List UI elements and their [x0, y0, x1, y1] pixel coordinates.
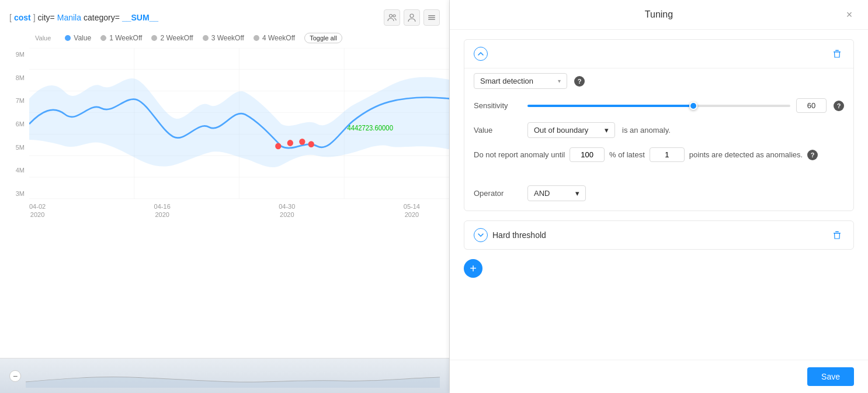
legend-2weekoff-dot: [151, 35, 157, 41]
title-bracket-close: ]: [33, 13, 36, 22]
operator-dropdown[interactable]: AND ▾: [527, 185, 586, 201]
detection-method-dropdown[interactable]: Smart detection ▾: [474, 73, 567, 89]
detection-method-help[interactable]: ?: [574, 76, 585, 87]
chart-canvas: 9M 8M 7M 6M 5M 4M 3M: [0, 48, 449, 200]
detection-method-value: Smart detection: [480, 77, 533, 85]
legend-value-label: Value: [74, 34, 91, 42]
tuning-footer: Save: [450, 360, 868, 393]
x-label-0430: 04-30 2020: [279, 202, 295, 219]
operator-chevron: ▾: [575, 189, 579, 198]
sensitivity-slider[interactable]: [527, 105, 790, 107]
sensitivity-slider-container: 60: [527, 98, 827, 113]
legend-4weekoff: 4 WeekOff: [254, 34, 295, 42]
legend-4weekoff-dot: [254, 35, 259, 41]
hard-threshold-header: Hard threshold: [464, 221, 853, 249]
svg-text:4442723.60000: 4442723.60000: [347, 124, 393, 132]
hard-threshold-delete-button[interactable]: [830, 228, 844, 242]
value-dropdown-text: Out of boundary: [534, 126, 588, 135]
save-button[interactable]: Save: [807, 367, 854, 386]
sensitivity-row: Sensitivity 60 ?: [474, 98, 844, 113]
legend-1weekoff-dot: [100, 35, 106, 41]
x-label-0416: 04-16 2020: [154, 202, 171, 219]
legend-3weekoff-label: 3 WeekOff: [211, 34, 244, 42]
svg-rect-25: [835, 232, 839, 233]
chart-area: [ cost ] city= Manila category= __SUM__: [0, 0, 450, 393]
legend-value-dot: [65, 35, 71, 41]
svg-point-17: [275, 143, 281, 150]
hard-threshold-collapse-button[interactable]: [474, 228, 488, 242]
legend-1weekoff: 1 WeekOff: [100, 34, 142, 42]
legend-4weekoff-label: 4 WeekOff: [262, 34, 295, 42]
sensitivity-help[interactable]: ?: [834, 101, 844, 111]
detection-section-body: Smart detection ▾ ? Sensitivity 60 ?: [464, 68, 853, 181]
title-keyword: cost: [14, 13, 31, 22]
minimap: −: [0, 358, 449, 393]
report-row: Do not report anomaly until % of latest …: [474, 147, 844, 162]
hard-threshold-label: Hard threshold: [492, 230, 546, 240]
detection-collapse-button[interactable]: [474, 47, 488, 61]
svg-point-20: [308, 141, 314, 147]
report-points-input[interactable]: [650, 147, 685, 162]
detection-section: Smart detection ▾ ? Sensitivity 60 ?: [464, 39, 854, 211]
legend-3weekoff-dot: [203, 35, 209, 41]
tuning-panel: Tuning ×: [450, 0, 868, 393]
operator-value: AND: [534, 189, 550, 198]
value-dropdown-chevron: ▾: [605, 126, 609, 135]
chart-icon-more[interactable]: [423, 9, 440, 26]
operator-row: Operator AND ▾: [464, 181, 853, 211]
legend-value: Value: [65, 34, 91, 42]
svg-rect-4: [428, 17, 435, 18]
chart-icon-person[interactable]: [404, 9, 420, 26]
report-percent-input[interactable]: [570, 147, 605, 162]
legend-2weekoff: 2 WeekOff: [151, 34, 193, 42]
svg-rect-5: [428, 19, 435, 20]
detection-section-header: [464, 40, 853, 68]
report-points-label: points are detected as anomalies.: [689, 150, 803, 159]
svg-point-2: [410, 14, 414, 18]
chart-icon-users[interactable]: [384, 9, 400, 26]
chart-header: [ cost ] city= Manila category= __SUM__: [0, 9, 449, 30]
sensitivity-value-box[interactable]: 60: [796, 98, 827, 113]
minimap-zoom-out[interactable]: −: [9, 370, 21, 382]
value-row: Value Out of boundary ▾ is an anomaly.: [474, 122, 844, 138]
detection-method-chevron: ▾: [558, 78, 561, 84]
x-label-0514: 05-14 2020: [404, 202, 420, 219]
svg-point-18: [287, 140, 293, 146]
hard-threshold-section: Hard threshold: [464, 220, 854, 250]
legend-2weekoff-label: 2 WeekOff: [160, 34, 193, 42]
value-field-label: Value: [474, 126, 520, 135]
title-category-label: category=: [84, 13, 120, 22]
title-category-value: __SUM__: [122, 13, 158, 22]
legend-1weekoff-label: 1 WeekOff: [109, 34, 142, 42]
y-axis-labels: 9M 8M 7M 6M 5M 4M 3M: [0, 48, 28, 200]
title-city-value: Manila: [57, 13, 81, 22]
add-section-button[interactable]: +: [464, 259, 482, 278]
detection-header-left: [474, 47, 488, 61]
x-label-0402: 04-02 2020: [29, 202, 46, 219]
svg-rect-3: [428, 15, 435, 16]
title-city-label: city=: [38, 13, 55, 22]
tuning-close-button[interactable]: ×: [842, 8, 856, 22]
report-label: Do not report anomaly until: [474, 150, 565, 159]
is-anomaly-text: is an anomaly.: [622, 126, 671, 135]
y-axis-label-text: Value: [35, 35, 51, 42]
report-percent-label: % of latest: [609, 150, 645, 159]
tuning-title: Tuning: [645, 9, 673, 20]
detection-method-row: Smart detection ▾ ?: [474, 73, 844, 89]
title-bracket-open: [: [9, 13, 12, 22]
sensitivity-thumb[interactable]: [689, 102, 697, 110]
chart-svg-container: 4442723.60000: [29, 48, 449, 200]
chart-title: [ cost ] city= Manila category= __SUM__: [9, 13, 158, 22]
hard-threshold-left: Hard threshold: [474, 228, 546, 242]
detection-delete-button[interactable]: [830, 47, 844, 61]
chart-icons: [384, 9, 440, 26]
operator-label: Operator: [474, 189, 520, 198]
svg-point-1: [393, 15, 395, 17]
report-help[interactable]: ?: [807, 150, 818, 160]
tuning-header: Tuning ×: [450, 0, 868, 30]
x-axis-labels: 04-02 2020 04-16 2020 04-30 2020 05-14 2…: [0, 200, 449, 219]
toggle-all-button[interactable]: Toggle all: [304, 33, 342, 43]
value-dropdown[interactable]: Out of boundary ▾: [527, 122, 615, 138]
svg-point-19: [299, 139, 305, 145]
svg-rect-23: [835, 50, 839, 51]
